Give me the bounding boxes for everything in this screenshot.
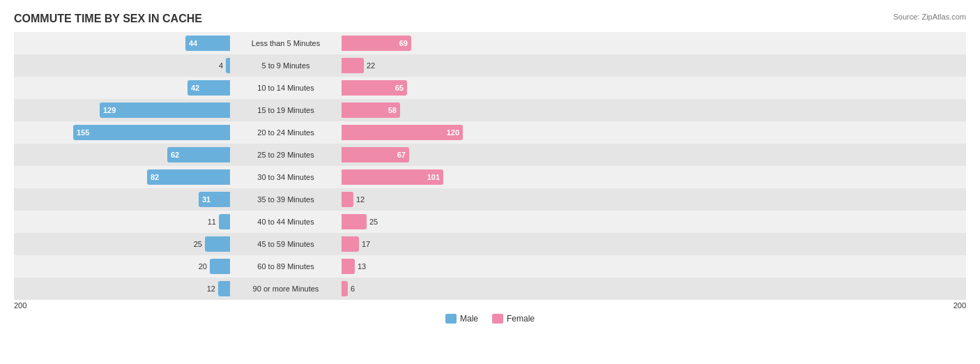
table-row: 6225 to 29 Minutes67 (14, 144, 966, 166)
female-bar-container: 101 (342, 166, 558, 188)
axis-max-label: 200 (954, 301, 966, 310)
female-bar-container: 22 (342, 54, 558, 77)
female-bar (342, 281, 348, 296)
male-bar-container: 155 (14, 121, 230, 144)
male-value-inside: 31 (199, 195, 210, 204)
male-bar-container: 42 (14, 77, 230, 99)
category-label: 25 to 29 Minutes (230, 151, 342, 159)
female-value-outside: 6 (351, 285, 355, 293)
male-value-outside: 11 (199, 218, 216, 226)
male-bar (210, 259, 230, 274)
table-row: 1290 or more Minutes6 (14, 278, 966, 300)
male-bar-container: 12 (14, 278, 230, 300)
female-bar-container: 25 (342, 211, 558, 233)
category-label: 90 or more Minutes (230, 285, 342, 293)
table-row: 3135 to 39 Minutes12 (14, 188, 966, 211)
female-bar-container: 6 (342, 278, 558, 300)
male-value-inside: 129 (100, 106, 116, 114)
male-value-outside: 12 (199, 285, 215, 293)
axis-min-label: 200 (14, 301, 26, 310)
male-value-inside: 42 (187, 84, 199, 92)
male-bar: 82 (147, 169, 230, 185)
female-value-outside: 13 (358, 262, 366, 271)
male-bar (219, 214, 230, 229)
female-bar-container: 120 (342, 121, 558, 144)
category-label: 35 to 39 Minutes (230, 195, 342, 204)
category-label: 60 to 89 Minutes (230, 262, 342, 271)
female-bar: 67 (342, 147, 409, 162)
male-bar: 31 (199, 192, 230, 207)
male-value-outside: 20 (190, 262, 207, 271)
category-label: 40 to 44 Minutes (230, 218, 342, 226)
axis-labels: 200 200 (14, 301, 966, 310)
male-bar: 44 (185, 36, 230, 51)
male-value-inside: 62 (167, 151, 179, 159)
table-row: 45 to 9 Minutes22 (14, 54, 966, 77)
table-row: 2060 to 89 Minutes13 (14, 255, 966, 278)
female-bar (342, 192, 353, 207)
female-bar-container: 12 (342, 188, 558, 211)
female-bar-container: 13 (342, 255, 558, 278)
male-bar (218, 281, 230, 296)
legend: Male Female (14, 314, 966, 324)
category-label: 15 to 19 Minutes (230, 106, 342, 114)
chart-container: COMMUTE TIME BY SEX IN CACHE Source: Zip… (0, 0, 980, 364)
female-bar (342, 214, 367, 229)
female-bar (342, 58, 364, 73)
female-bar-container: 65 (342, 77, 558, 99)
female-value-outside: 25 (369, 218, 378, 226)
bars-area: 44Less than 5 Minutes6945 to 9 Minutes22… (14, 32, 966, 300)
female-bar-container: 17 (342, 233, 558, 255)
female-value-inside: 120 (447, 128, 463, 137)
table-row: 44Less than 5 Minutes69 (14, 32, 966, 54)
female-bar-container: 67 (342, 144, 558, 166)
female-bar-container: 69 (342, 32, 558, 54)
category-label: 45 to 59 Minutes (230, 240, 342, 248)
male-bar: 155 (73, 125, 230, 140)
source-text: Source: ZipAtlas.com (893, 13, 966, 21)
female-bar: 69 (342, 36, 411, 51)
male-value-outside: 4 (206, 61, 223, 70)
female-bar: 65 (342, 80, 407, 96)
male-bar: 129 (100, 103, 230, 118)
male-bar-container: 82 (14, 166, 230, 188)
table-row: 4210 to 14 Minutes65 (14, 77, 966, 99)
table-row: 2545 to 59 Minutes17 (14, 233, 966, 255)
male-bar-container: 25 (14, 233, 230, 255)
table-row: 15520 to 24 Minutes120 (14, 121, 966, 144)
female-value-inside: 69 (399, 39, 411, 47)
female-value-inside: 67 (397, 151, 409, 159)
male-bar-container: 31 (14, 188, 230, 211)
female-bar-container: 58 (342, 99, 558, 121)
legend-female-label: Female (507, 314, 535, 324)
male-bar-container: 4 (14, 54, 230, 77)
female-bar: 101 (342, 169, 443, 185)
male-value-inside: 82 (147, 173, 159, 181)
category-label: 5 to 9 Minutes (230, 61, 342, 70)
legend-female: Female (492, 314, 535, 324)
male-value-inside: 155 (73, 128, 89, 137)
legend-male-box (445, 314, 457, 324)
female-value-inside: 65 (395, 84, 407, 92)
male-bar-container: 11 (14, 211, 230, 233)
female-bar: 120 (342, 125, 463, 140)
male-bar (205, 236, 230, 252)
legend-male-label: Male (460, 314, 478, 324)
category-label: 10 to 14 Minutes (230, 84, 342, 92)
category-label: Less than 5 Minutes (230, 39, 342, 47)
table-row: 8230 to 34 Minutes101 (14, 166, 966, 188)
category-label: 30 to 34 Minutes (230, 173, 342, 181)
chart-title: COMMUTE TIME BY SEX IN CACHE (14, 13, 966, 25)
table-row: 12915 to 19 Minutes58 (14, 99, 966, 121)
male-bar-container: 44 (14, 32, 230, 54)
female-value-inside: 58 (388, 106, 400, 114)
table-row: 1140 to 44 Minutes25 (14, 211, 966, 233)
male-bar-container: 20 (14, 255, 230, 278)
chart-wrapper: 44Less than 5 Minutes6945 to 9 Minutes22… (14, 32, 966, 324)
female-value-outside: 22 (367, 61, 375, 70)
male-bar: 62 (167, 147, 230, 162)
male-value-outside: 25 (185, 240, 202, 248)
legend-male: Male (445, 314, 478, 324)
female-value-outside: 17 (362, 240, 370, 248)
female-bar: 58 (342, 103, 400, 118)
